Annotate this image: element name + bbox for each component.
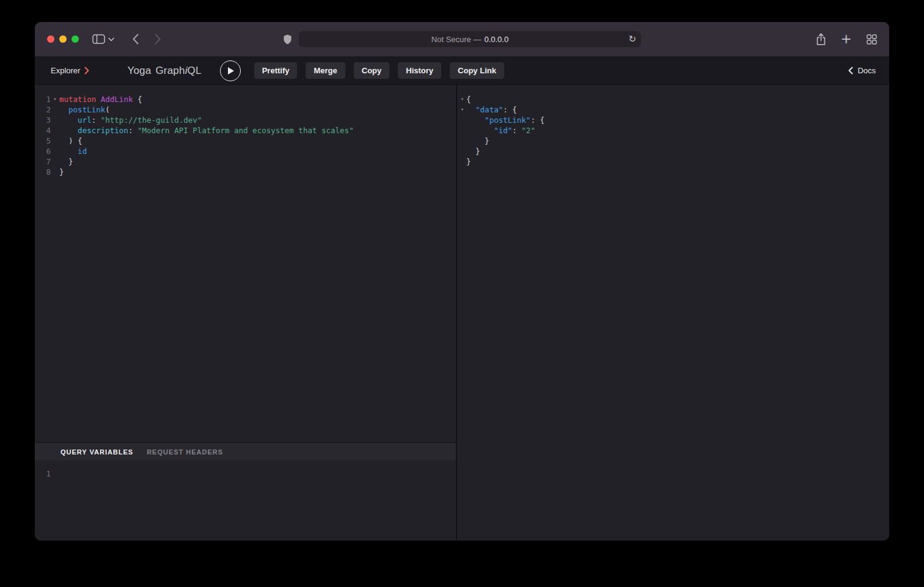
fold-spacer	[51, 136, 59, 146]
code-text: "id": "2"	[466, 125, 535, 136]
line-number: 1	[35, 94, 51, 104]
privacy-shield-icon[interactable]	[283, 34, 292, 45]
line-number: 3	[35, 115, 51, 125]
code-line: 8}	[35, 167, 456, 177]
address-host: 0.0.0.0	[484, 35, 508, 44]
sidebar-dropdown-chevron-icon[interactable]	[108, 37, 114, 42]
code-line: }	[458, 136, 889, 146]
execute-query-button[interactable]	[220, 60, 241, 81]
code-line: }	[458, 146, 889, 156]
play-icon	[228, 67, 234, 75]
toolbar-buttons: PrettifyMergeCopyHistoryCopy Link	[254, 62, 504, 79]
code-line: "postLink": {	[458, 115, 889, 125]
code-line: }	[458, 156, 889, 167]
forward-button-icon[interactable]	[155, 34, 161, 45]
browser-window: Not Secure — 0.0.0.0 ↻ +	[35, 22, 889, 541]
toolbar-button-prettify[interactable]: Prettify	[254, 62, 298, 79]
code-line: 1▾mutation AddLink {	[35, 94, 456, 104]
code-text: }	[466, 156, 471, 167]
fold-spacer	[51, 125, 59, 136]
line-number: 8	[35, 167, 51, 177]
minimize-window-button[interactable]	[59, 35, 67, 43]
code-text: id	[59, 146, 87, 156]
code-line: 2 postLink(	[35, 104, 456, 115]
app-title: YogaGraphiQL	[127, 65, 201, 77]
code-line: ▾ "data": {	[458, 104, 889, 115]
fold-spacer	[51, 156, 59, 167]
code-line: ▾{	[458, 94, 889, 104]
close-window-button[interactable]	[47, 35, 54, 43]
zoom-window-button[interactable]	[72, 35, 79, 43]
address-bar[interactable]: Not Secure — 0.0.0.0 ↻	[299, 31, 641, 47]
code-text: }	[59, 167, 64, 177]
code-line: 1	[35, 469, 456, 479]
chevron-right-icon	[84, 67, 89, 75]
tab-request-headers[interactable]: REQUEST HEADERS	[147, 448, 223, 456]
variables-tab-bar: QUERY VARIABLESREQUEST HEADERS	[35, 442, 456, 461]
code-text: }	[59, 156, 73, 167]
code-text: }	[466, 146, 480, 156]
graphiql-content: 1▾mutation AddLink {2 postLink(3 url: "h…	[35, 85, 889, 541]
code-line: 7 }	[35, 156, 456, 167]
title-graph: Graph	[155, 65, 185, 76]
code-line: "id": "2"	[458, 125, 889, 136]
toolbar-button-merge[interactable]: Merge	[306, 62, 345, 79]
line-number: 6	[35, 146, 51, 156]
fold-spacer	[458, 115, 466, 125]
window-controls	[47, 35, 79, 43]
toolbar-button-copy-link[interactable]: Copy Link	[450, 62, 504, 79]
line-number: 7	[35, 156, 51, 167]
code-text: mutation AddLink {	[59, 94, 142, 104]
code-text: url: "http://the-guild.dev"	[59, 115, 202, 125]
code-text: {	[466, 94, 471, 104]
toolbar-button-history[interactable]: History	[398, 62, 441, 79]
fold-spacer	[51, 167, 59, 177]
explorer-toggle[interactable]: Explorer	[43, 57, 97, 84]
tab-query-variables[interactable]: QUERY VARIABLES	[61, 448, 133, 456]
line-number: 1	[35, 469, 51, 479]
fold-spacer	[51, 469, 59, 479]
query-pane: 1▾mutation AddLink {2 postLink(3 url: "h…	[35, 85, 457, 541]
query-editor[interactable]: 1▾mutation AddLink {2 postLink(3 url: "h…	[35, 85, 456, 442]
fold-spacer	[51, 104, 59, 115]
title-yoga: Yoga	[127, 65, 151, 76]
query-variables-editor[interactable]: 1	[35, 461, 456, 541]
code-text: ) {	[59, 136, 82, 146]
sidebar-toggle-icon[interactable]	[92, 34, 105, 44]
graphiql-toolbar: Explorer YogaGraphiQL PrettifyMergeCopyH…	[35, 57, 889, 85]
docs-button[interactable]: Docs	[848, 66, 881, 75]
code-line: 6 id	[35, 146, 456, 156]
line-number: 4	[35, 125, 51, 136]
browser-chrome: Not Secure — 0.0.0.0 ↻ +	[35, 22, 889, 57]
response-viewer: ▾{▾ "data": { "postLink": { "id": "2" } …	[457, 85, 889, 541]
fold-spacer	[458, 156, 466, 167]
code-text: postLink(	[59, 104, 110, 115]
fold-spacer	[458, 125, 466, 136]
back-button-icon[interactable]	[133, 34, 139, 45]
fold-spacer	[51, 115, 59, 125]
chevron-left-icon	[848, 67, 853, 75]
code-line: 4 description: "Modern API Platform and …	[35, 125, 456, 136]
line-number: 2	[35, 104, 51, 115]
title-ql: QL	[188, 65, 202, 76]
fold-spacer	[458, 146, 466, 156]
tab-overview-icon[interactable]	[867, 34, 877, 45]
code-text: "postLink": {	[466, 115, 544, 125]
share-icon[interactable]	[816, 33, 826, 46]
fold-arrow-icon[interactable]: ▾	[51, 94, 59, 104]
code-line: 5 ) {	[35, 136, 456, 146]
reload-icon[interactable]: ↻	[628, 31, 636, 47]
security-label: Not Secure —	[431, 35, 482, 44]
toolbar-button-copy[interactable]: Copy	[354, 62, 390, 79]
code-text: description: "Modern API Platform and ec…	[59, 125, 354, 136]
code-text: "data": {	[466, 104, 517, 115]
fold-spacer	[51, 146, 59, 156]
new-tab-icon[interactable]: +	[841, 32, 852, 46]
fold-spacer	[458, 136, 466, 146]
code-text: }	[466, 136, 490, 146]
line-number: 5	[35, 136, 51, 146]
docs-label: Docs	[857, 66, 876, 75]
code-line: 3 url: "http://the-guild.dev"	[35, 115, 456, 125]
fold-arrow-icon[interactable]: ▾	[458, 104, 466, 115]
fold-arrow-icon[interactable]: ▾	[458, 94, 466, 104]
